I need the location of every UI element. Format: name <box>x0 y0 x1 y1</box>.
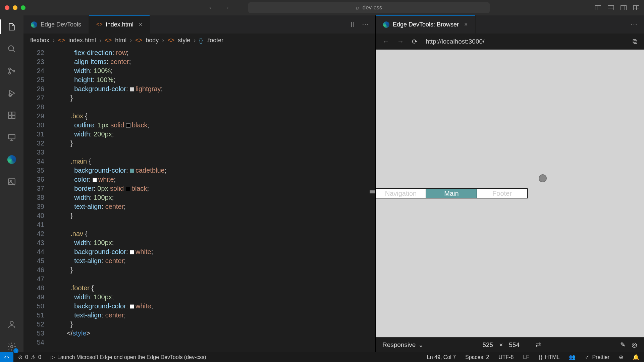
workbench: 1 Edge DevTools <> index.html × ⋯ <box>0 15 644 352</box>
preview-footer-box: Footer <box>477 189 527 198</box>
device-selector[interactable]: Responsive ⌄ <box>382 341 424 349</box>
search-icon[interactable] <box>6 44 17 54</box>
device-label: Responsive <box>382 341 416 349</box>
device-toolbar: Responsive ⌄ 525 × 554 ⇄ ✎ ◎ <box>376 337 644 352</box>
crumb-footer[interactable]: .footer <box>206 37 223 44</box>
viewport-width[interactable]: 525 <box>482 341 493 349</box>
back-icon[interactable]: ← <box>208 3 215 12</box>
split-editor-icon[interactable] <box>348 22 354 27</box>
close-icon[interactable]: × <box>139 21 143 28</box>
svg-point-2 <box>9 72 10 74</box>
tab-browser[interactable]: Edge DevTools: Browser × <box>376 15 476 34</box>
accounts-icon[interactable] <box>6 319 17 330</box>
dimension-separator-icon: × <box>499 341 503 349</box>
encoding[interactable]: UTF-8 <box>494 354 518 360</box>
viewport-height[interactable]: 554 <box>509 341 520 349</box>
toggle-secondary-sidebar-icon[interactable] <box>621 5 627 10</box>
minimize-window-button[interactable] <box>13 5 17 10</box>
reload-icon[interactable]: ⟳ <box>412 38 418 46</box>
indentation[interactable]: Spaces: 2 <box>461 354 494 360</box>
screencast-edit-icon[interactable]: ✎ <box>620 341 626 349</box>
live-share-icon[interactable]: 👥 <box>564 354 580 360</box>
crumb-body[interactable]: body <box>146 37 159 44</box>
activity-bar: 1 <box>0 15 23 352</box>
close-window-button[interactable] <box>5 5 9 10</box>
open-devtools-icon[interactable]: ⧉ <box>633 38 637 45</box>
screencast-target-icon[interactable]: ◎ <box>632 341 637 349</box>
debug-icon: ▷ <box>51 354 55 360</box>
run-debug-icon[interactable] <box>6 88 17 99</box>
svg-rect-9 <box>8 134 15 139</box>
braces-icon: {} <box>539 354 542 360</box>
crumb-file[interactable]: index.html <box>68 37 96 44</box>
toggle-panel-icon[interactable] <box>608 5 614 10</box>
breadcrumb[interactable]: flexbox› <>index.html› <>html› <>body› <… <box>23 34 375 47</box>
edge-icon <box>31 21 37 28</box>
svg-rect-5 <box>8 112 11 115</box>
notifications-icon[interactable]: 🔔 <box>628 354 644 360</box>
edge-tools-icon[interactable] <box>6 154 17 165</box>
toggle-primary-sidebar-icon[interactable] <box>595 5 601 10</box>
remote-explorer-icon[interactable] <box>6 132 17 143</box>
remote-indicator[interactable] <box>0 352 13 362</box>
rotate-icon[interactable]: ⇄ <box>536 341 541 349</box>
language-mode[interactable]: {} HTML <box>534 354 564 360</box>
settings-gear-icon[interactable]: 1 <box>6 341 17 352</box>
browser-toolbar: ← → ⟳ http://localhost:3000/ ⧉ <box>376 34 644 50</box>
error-icon: ⊘ <box>18 354 22 360</box>
history-nav: ← → <box>208 3 230 12</box>
check-icon: ✓ <box>585 354 589 360</box>
command-center[interactable]: ⌕ dev-css <box>248 2 490 13</box>
warning-icon: ⚠ <box>31 354 36 360</box>
crumb-folder[interactable]: flexbox <box>30 37 49 44</box>
feedback-icon[interactable]: ⊕ <box>614 354 628 360</box>
window-controls <box>5 5 25 10</box>
html-file-icon: <> <box>96 21 103 27</box>
cursor-position[interactable]: Ln 49, Col 7 <box>422 354 461 360</box>
status-bar: ⊘0 ⚠0 ▷ Launch Microsoft Edge and open t… <box>0 352 644 362</box>
browser-forward-icon[interactable]: → <box>397 38 404 45</box>
svg-point-3 <box>13 70 15 72</box>
tab-label: Edge DevTools: Browser <box>393 21 459 28</box>
image-preview-icon[interactable] <box>6 176 17 187</box>
explorer-icon[interactable] <box>6 21 17 32</box>
tag-icon: <> <box>135 37 142 44</box>
edge-icon <box>383 21 389 28</box>
close-icon[interactable]: × <box>464 21 468 28</box>
browser-preview[interactable]: Navigation Main Footer <box>376 50 644 337</box>
eol[interactable]: LF <box>519 354 534 360</box>
svg-point-0 <box>8 46 13 51</box>
svg-rect-6 <box>12 112 15 115</box>
forward-icon[interactable]: → <box>223 3 230 12</box>
editor-tabs: Edge DevTools <> index.html × ⋯ <box>23 15 375 34</box>
svg-rect-8 <box>12 116 15 119</box>
extensions-icon[interactable] <box>6 110 17 121</box>
url-bar[interactable]: http://localhost:3000/ <box>426 38 625 45</box>
tab-label: index.html <box>106 21 133 28</box>
more-actions-icon[interactable]: ⋯ <box>631 20 637 28</box>
launch-label: Launch Microsoft Edge and open the Edge … <box>57 354 206 360</box>
resize-handle[interactable] <box>370 190 375 193</box>
maximize-window-button[interactable] <box>21 5 25 10</box>
crumb-style[interactable]: style <box>178 37 190 44</box>
crumb-html[interactable]: html <box>115 37 126 44</box>
code-editor[interactable]: 2223242526272829303132333435363738394041… <box>23 47 375 352</box>
line-gutter: 2223242526272829303132333435363738394041… <box>23 47 50 352</box>
launch-task[interactable]: ▷ Launch Microsoft Edge and open the Edg… <box>46 354 211 360</box>
tab-index-html[interactable]: <> index.html × <box>89 15 150 34</box>
source-control-icon[interactable] <box>6 66 17 76</box>
svg-rect-7 <box>8 116 11 119</box>
browser-tabs: Edge DevTools: Browser × ⋯ <box>376 15 644 34</box>
more-actions-icon[interactable]: ⋯ <box>362 20 369 28</box>
customize-layout-icon[interactable] <box>633 5 639 10</box>
tag-icon: <> <box>105 37 112 44</box>
search-icon: ⌕ <box>356 4 359 11</box>
css-rule-icon: {} <box>199 37 203 44</box>
prettier-status[interactable]: ✓ Prettier <box>580 354 614 360</box>
svg-rect-10 <box>8 179 15 184</box>
browser-back-icon[interactable]: ← <box>382 38 389 45</box>
tab-edge-devtools[interactable]: Edge DevTools <box>23 15 89 34</box>
settings-badge: 1 <box>13 348 18 353</box>
problems-indicator[interactable]: ⊘0 ⚠0 <box>13 354 46 360</box>
code-content[interactable]: flex-direction: row; align-items: center… <box>50 47 375 352</box>
